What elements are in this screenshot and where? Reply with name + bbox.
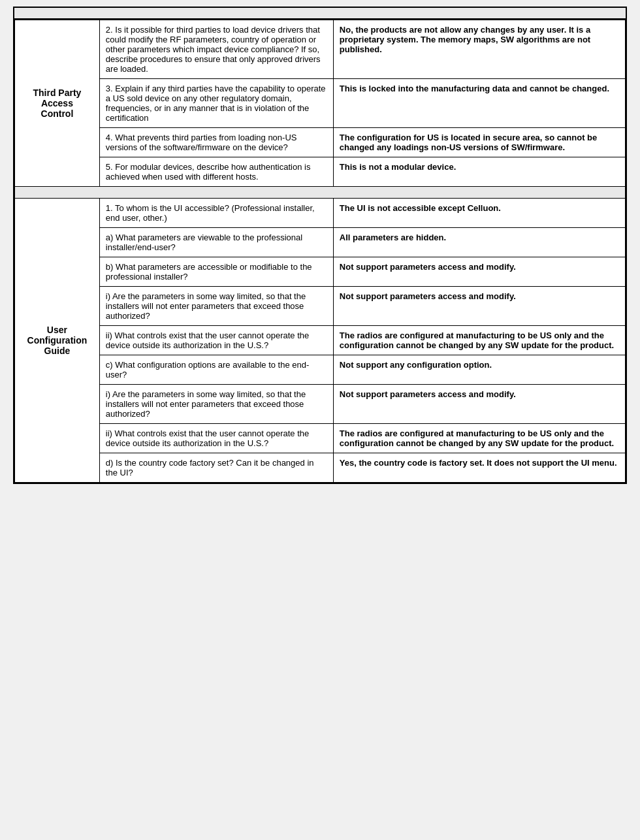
spacer-row — [15, 187, 626, 199]
table-row: 4. What prevents third parties from load… — [15, 128, 626, 157]
table-row: Third PartyAccessControl2. Is it possibl… — [15, 20, 626, 79]
answer-cell: This is locked into the manufacturing da… — [333, 79, 625, 128]
answer-cell: Not support parameters access and modify… — [333, 287, 625, 326]
question-cell: 4. What prevents third parties from load… — [99, 128, 333, 157]
table-row: 3. Explain if any third parties have the… — [15, 79, 626, 128]
table-row: c) What configuration options are availa… — [15, 355, 626, 385]
answer-cell: This is not a modular device. — [333, 157, 625, 187]
answer-cell: Yes, the country code is factory set. It… — [333, 453, 625, 483]
question-cell: 1. To whom is the UI accessible? (Profes… — [99, 199, 333, 228]
table-row: ii) What controls exist that the user ca… — [15, 326, 626, 355]
question-cell: d) Is the country code factory set? Can … — [99, 453, 333, 483]
answer-cell: Not support any configuration option. — [333, 355, 625, 385]
table-row: b) What parameters are accessible or mod… — [15, 257, 626, 287]
question-cell: c) What configuration options are availa… — [99, 355, 333, 385]
question-cell: b) What parameters are accessible or mod… — [99, 257, 333, 287]
table-row: ii) What controls exist that the user ca… — [15, 424, 626, 453]
answer-cell: The radios are configured at manufacturi… — [333, 424, 625, 453]
answer-cell: All parameters are hidden. — [333, 228, 625, 257]
main-wrapper: Third PartyAccessControl2. Is it possibl… — [13, 7, 627, 484]
answer-cell: Not support parameters access and modify… — [333, 385, 625, 424]
section-label: Third PartyAccessControl — [15, 20, 100, 187]
table-title — [14, 8, 626, 20]
answer-cell: The UI is not accessible except Celluon. — [333, 199, 625, 228]
question-cell: 3. Explain if any third parties have the… — [99, 79, 333, 128]
main-table: Third PartyAccessControl2. Is it possibl… — [14, 20, 626, 483]
answer-cell: Not support parameters access and modify… — [333, 257, 625, 287]
question-cell: i) Are the parameters in some way limite… — [99, 287, 333, 326]
table-row: d) Is the country code factory set? Can … — [15, 453, 626, 483]
question-cell: i) Are the parameters in some way limite… — [99, 385, 333, 424]
answer-cell: The configuration for US is located in s… — [333, 128, 625, 157]
question-cell: 5. For modular devices, describe how aut… — [99, 157, 333, 187]
question-cell: a) What parameters are viewable to the p… — [99, 228, 333, 257]
table-row: UserConfigurationGuide1. To whom is the … — [15, 199, 626, 228]
table-row: 5. For modular devices, describe how aut… — [15, 157, 626, 187]
question-cell: ii) What controls exist that the user ca… — [99, 424, 333, 453]
table-row: i) Are the parameters in some way limite… — [15, 385, 626, 424]
question-cell: ii) What controls exist that the user ca… — [99, 326, 333, 355]
question-cell: 2. Is it possible for third parties to l… — [99, 20, 333, 79]
table-row: i) Are the parameters in some way limite… — [15, 287, 626, 326]
table-row: a) What parameters are viewable to the p… — [15, 228, 626, 257]
answer-cell: No, the products are not allow any chang… — [333, 20, 625, 79]
section-label: UserConfigurationGuide — [15, 199, 100, 483]
answer-cell: The radios are configured at manufacturi… — [333, 326, 625, 355]
